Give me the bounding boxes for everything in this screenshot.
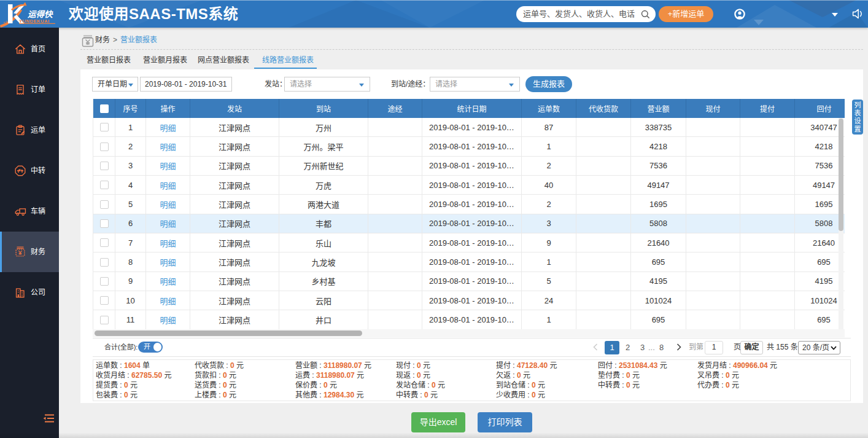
- svg-text:YUNDEKUAI: YUNDEKUAI: [19, 18, 50, 24]
